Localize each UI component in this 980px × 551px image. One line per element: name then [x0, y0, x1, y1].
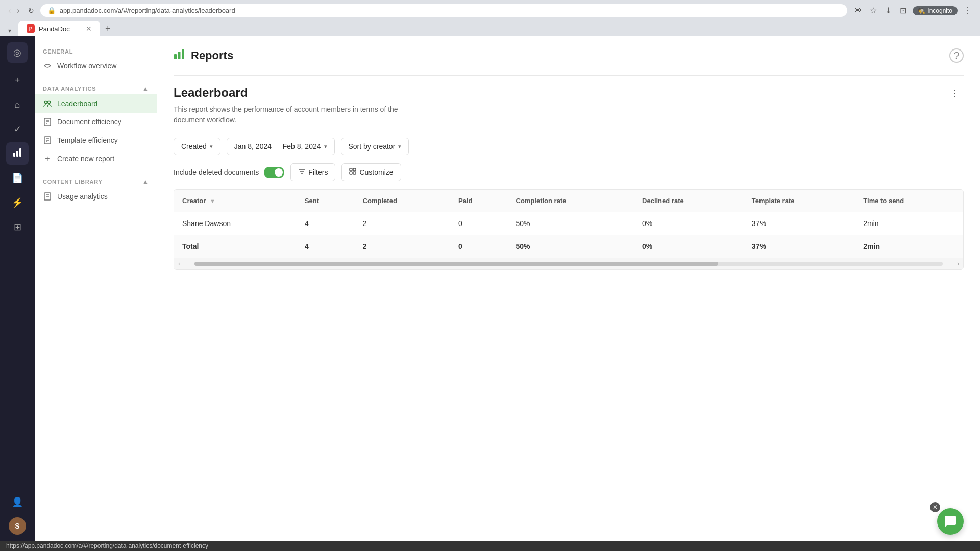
- bar-chart-icon: [13, 148, 22, 160]
- total-completion-rate: 50%: [508, 235, 634, 258]
- help-btn[interactable]: ?: [949, 48, 964, 63]
- extensions-icon[interactable]: ⊡: [898, 5, 909, 16]
- new-tab-btn[interactable]: +: [101, 21, 115, 36]
- usage-analytics-icon: [43, 192, 52, 201]
- reports-bar-chart-icon: [174, 48, 185, 63]
- cell-paid: 0: [450, 212, 507, 235]
- sort-label: Sort by creator: [349, 142, 396, 151]
- cell-creator: Shane Dawson: [174, 212, 297, 235]
- plus-icon: +: [15, 75, 20, 86]
- customize-btn-label: Customize: [359, 168, 393, 177]
- col-completion-rate[interactable]: Completion rate: [508, 190, 634, 212]
- sidebar-item-workflow-overview[interactable]: Workflow overview: [35, 57, 157, 75]
- date-range-filter-btn[interactable]: Jan 8, 2024 — Feb 8, 2024 ▾: [227, 138, 335, 155]
- col-sent[interactable]: Sent: [297, 190, 355, 212]
- chevron-down-icon: ▾: [210, 143, 213, 150]
- address-bar[interactable]: 🔒 app.pandadoc.com/a/#/reporting/data-an…: [40, 4, 848, 17]
- horizontal-scrollbar[interactable]: ‹ ›: [174, 258, 963, 269]
- col-template-rate[interactable]: Template rate: [744, 190, 855, 212]
- page-title: Reports: [191, 49, 233, 62]
- svg-rect-24: [350, 172, 352, 174]
- star-icon[interactable]: ☆: [868, 5, 879, 16]
- home-icon: ⌂: [15, 99, 20, 110]
- cell-declined-rate: 0%: [634, 212, 744, 235]
- lock-icon: 🔒: [47, 7, 56, 14]
- cell-sent: 4: [297, 212, 355, 235]
- total-completed: 2: [355, 235, 450, 258]
- doc-btn[interactable]: 📄: [6, 167, 29, 189]
- menu-icon[interactable]: ⋮: [962, 5, 974, 16]
- table-total-row: Total 4 2 0 50% 0% 37% 2min: [174, 235, 963, 258]
- doc-icon: 📄: [12, 172, 23, 184]
- filters-btn[interactable]: Filters: [290, 163, 335, 181]
- workflow-icon: [43, 61, 52, 70]
- svg-point-3: [45, 101, 47, 104]
- check-btn[interactable]: ✓: [6, 118, 29, 140]
- svg-rect-0: [13, 153, 15, 157]
- add-user-btn[interactable]: 👤: [6, 491, 29, 513]
- sort-filter-btn[interactable]: Sort by creator ▾: [341, 138, 409, 155]
- home-btn[interactable]: ⌂: [6, 93, 29, 116]
- status-url: https://app.pandadoc.com/a/#/reporting/d…: [6, 542, 208, 549]
- avatar[interactable]: S: [9, 517, 26, 535]
- incognito-badge: 🕵 Incognito: [913, 6, 958, 15]
- col-time-to-send[interactable]: Time to send: [855, 190, 963, 212]
- add-user-icon: 👤: [12, 496, 23, 508]
- sidebar-item-usage-analytics[interactable]: Usage analytics: [35, 187, 157, 206]
- pandadoc-tab: P PandaDoc ✕: [18, 21, 100, 36]
- chat-close-btn[interactable]: ✕: [930, 502, 940, 512]
- plus-btn[interactable]: +: [6, 69, 29, 91]
- cell-template-rate: 37%: [744, 212, 855, 235]
- sidebar-item-leaderboard[interactable]: Leaderboard: [35, 94, 157, 113]
- customize-btn[interactable]: Customize: [341, 163, 401, 181]
- download-icon[interactable]: ⤓: [883, 5, 894, 16]
- analytics-btn[interactable]: [6, 142, 29, 165]
- grid-btn[interactable]: ⊞: [6, 216, 29, 238]
- eye-off-icon: 👁: [851, 5, 864, 16]
- col-paid[interactable]: Paid: [450, 190, 507, 212]
- svg-rect-25: [353, 172, 356, 174]
- sidebar-item-template-efficiency[interactable]: Template efficiency: [35, 131, 157, 149]
- sidebar-item-create-new-report[interactable]: + Create new report: [35, 149, 157, 168]
- url-text: app.pandadoc.com/a/#/reporting/data-anal…: [60, 7, 235, 14]
- back-btn[interactable]: ‹: [6, 5, 13, 16]
- col-completed[interactable]: Completed: [355, 190, 450, 212]
- deleted-docs-toggle[interactable]: [264, 167, 284, 178]
- table-header-row: Creator ▼ Sent Completed Paid: [174, 190, 963, 212]
- leaderboard-desc: This report shows the performance of acc…: [174, 104, 398, 126]
- lightning-btn[interactable]: ⚡: [6, 191, 29, 214]
- tab-list-btn[interactable]: ▾: [6, 25, 13, 36]
- more-options-btn[interactable]: ⋮: [946, 86, 964, 101]
- toggle-row: Include deleted documents: [174, 167, 284, 178]
- check-icon: ✓: [14, 123, 21, 135]
- main-content: Reports ? Leaderboard This report shows …: [157, 36, 980, 541]
- section-divider: [174, 75, 964, 76]
- refresh-btn[interactable]: ↻: [26, 6, 36, 16]
- filter-icon: [298, 168, 305, 177]
- chat-fab-btn[interactable]: [937, 508, 964, 535]
- logo-btn[interactable]: ◎: [7, 42, 28, 63]
- created-filter-btn[interactable]: Created ▾: [174, 138, 220, 155]
- content-library-toggle[interactable]: ▲: [142, 178, 149, 185]
- scroll-track[interactable]: [194, 262, 943, 266]
- lightning-icon: ⚡: [12, 197, 23, 208]
- logo-icon: ◎: [13, 47, 21, 58]
- incognito-icon: 🕵: [918, 7, 925, 14]
- col-creator[interactable]: Creator ▼: [174, 190, 297, 212]
- tab-close-btn[interactable]: ✕: [86, 24, 92, 33]
- svg-rect-18: [182, 49, 184, 59]
- col-declined-rate[interactable]: Declined rate: [634, 190, 744, 212]
- date-chevron-down-icon: ▾: [324, 143, 327, 150]
- scroll-thumb[interactable]: [194, 262, 718, 266]
- svg-rect-16: [174, 54, 177, 59]
- toggle-label: Include deleted documents: [174, 168, 259, 177]
- customize-icon: [349, 168, 356, 177]
- scroll-right-btn[interactable]: ›: [953, 260, 963, 267]
- data-analytics-toggle[interactable]: ▲: [142, 85, 149, 92]
- scroll-left-btn[interactable]: ‹: [174, 260, 184, 267]
- sidebar-item-document-efficiency[interactable]: Document efficiency: [35, 113, 157, 131]
- create-report-icon: +: [43, 154, 52, 163]
- forward-btn[interactable]: ›: [15, 5, 21, 16]
- creator-sort-icon: ▼: [210, 198, 215, 204]
- total-paid: 0: [450, 235, 507, 258]
